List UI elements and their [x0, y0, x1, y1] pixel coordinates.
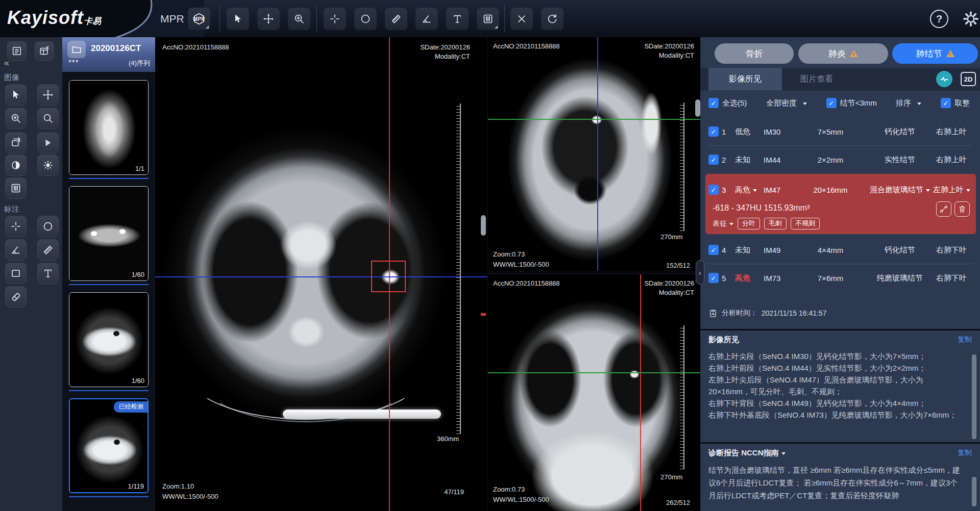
section-divider: [700, 442, 980, 444]
scale-label: 270mm: [660, 473, 682, 481]
delete-tool-button[interactable]: [510, 8, 533, 30]
pan-tool-button[interactable]: [37, 84, 59, 106]
delete-nodule-button[interactable]: [954, 201, 970, 217]
layout-close-button[interactable]: [35, 41, 54, 61]
nodule-checkbox[interactable]: [708, 273, 719, 283]
sagittal-viewport[interactable]: 270mm AccNO:202101158888 SDate:20200126 …: [487, 37, 700, 271]
flip-tool-button[interactable]: [37, 132, 59, 154]
select-tool-button[interactable]: [5, 84, 27, 106]
mode-lung-nodule-button[interactable]: 肺结节: [892, 43, 978, 64]
mpr-mode-label: MPR: [160, 0, 184, 37]
slice-scrollbar-thumb[interactable]: [481, 215, 486, 236]
nodule-row[interactable]: 4 未知 IM49 4×4mm 钙化结节 右肺下叶: [700, 236, 980, 264]
nodule-lobe-dropdown[interactable]: 左肺上叶: [933, 185, 970, 195]
rotate-tool-button[interactable]: [5, 132, 27, 154]
slice-scrollbar-thumb[interactable]: [695, 99, 700, 117]
checkbox-checked[interactable]: [826, 98, 837, 108]
axial-viewport[interactable]: 360mm AccNO:202101158888 SDate:20200126 …: [155, 37, 487, 511]
zoom-tool-button[interactable]: [288, 8, 310, 30]
angle-annotation-button[interactable]: [5, 239, 27, 261]
nodule-checkbox[interactable]: [708, 155, 719, 165]
nodule-checkbox[interactable]: [708, 126, 719, 137]
sign-chip-lobulation[interactable]: 分叶: [738, 218, 760, 229]
ruler-tool-button[interactable]: [385, 8, 407, 30]
text-tool-button[interactable]: [446, 8, 469, 30]
nodule-image-index: IM49: [764, 246, 794, 254]
zoom-in-tool-button[interactable]: [5, 108, 27, 129]
nodule-row[interactable]: 2 未知 IM44 2×2mm 实性结节 右肺上叶: [700, 146, 980, 173]
report-chat-button[interactable]: [936, 71, 952, 87]
nodule-checkbox[interactable]: [708, 245, 719, 255]
report-scrollbar-thumb[interactable]: [972, 477, 976, 506]
nodule-row-header[interactable]: 3 高危 IM47 20×16mm 混合磨玻璃结节 左肺上叶: [705, 176, 976, 203]
checkbox-checked[interactable]: [708, 98, 719, 108]
series-list-button[interactable]: [7, 41, 27, 61]
study-header[interactable]: 20200126CT *** (4)序列: [62, 37, 155, 72]
eraser-annotation-button[interactable]: [5, 286, 27, 308]
angle-tool-button[interactable]: [415, 8, 438, 30]
panel-expand-handle[interactable]: ›: [696, 260, 704, 285]
series-thumbnail[interactable]: 1/1: [69, 80, 149, 175]
point-annotation-button[interactable]: [5, 216, 27, 237]
crosshair-vertical-blue[interactable]: [597, 37, 598, 271]
nodule-lobe: 右肺上叶: [933, 127, 967, 137]
settings-button[interactable]: [962, 10, 980, 28]
magnifier-tool-button[interactable]: [37, 108, 59, 129]
density-filter-dropdown[interactable]: 全部密度: [766, 98, 807, 108]
invert-tool-button[interactable]: [5, 155, 27, 176]
thumbnail-divider: [69, 390, 149, 391]
rectangle-annotation-button[interactable]: [5, 263, 27, 284]
select-all-checkbox[interactable]: 全选(5): [708, 98, 747, 108]
brightness-tool-button[interactable]: [37, 155, 59, 176]
series-thumbnail[interactable]: 1/60: [69, 186, 149, 281]
ellipse-annotation-button[interactable]: [37, 216, 59, 237]
crosshair-vertical-red[interactable]: [640, 274, 641, 511]
scale-label: 360mm: [437, 435, 459, 443]
checkbox-checked[interactable]: [941, 98, 951, 108]
coronal-viewport[interactable]: 270mm AccNO:202101158888 SDate:20200126 …: [487, 273, 700, 511]
round-checkbox[interactable]: 取整: [941, 98, 970, 108]
select-tool-button[interactable]: [227, 8, 249, 30]
ruler-annotation-button[interactable]: [37, 239, 59, 261]
locate-nodule-button[interactable]: [936, 201, 951, 217]
sign-chip-spiculation[interactable]: 毛刺: [764, 218, 787, 229]
nodule-type-dropdown[interactable]: 混合磨玻璃结节: [867, 185, 933, 195]
nodule-type: 纯磨玻璃结节: [867, 273, 933, 283]
collapse-sidebar-chevron[interactable]: «: [4, 58, 9, 68]
mode-pneumonia-button[interactable]: 肺炎: [798, 43, 888, 64]
sign-label-dropdown[interactable]: 表征: [713, 219, 733, 228]
sort-dropdown[interactable]: 排序: [896, 98, 921, 108]
series-thumbnail-active[interactable]: 已经检测 1/119: [69, 398, 149, 493]
crosshair-horizontal-green[interactable]: [488, 119, 700, 120]
window-level-tool-button[interactable]: [5, 177, 27, 199]
crosshair-horizontal-green[interactable]: [488, 372, 700, 373]
nodule-checkbox[interactable]: [708, 185, 719, 195]
sign-chip-irregular[interactable]: 不规则: [791, 218, 820, 229]
crosshair-icon: [329, 13, 341, 25]
mpr-layout-button[interactable]: MPR: [188, 8, 210, 30]
help-button[interactable]: ?: [930, 10, 948, 28]
window-level-tool-button[interactable]: [477, 8, 499, 30]
nodule-roi-box[interactable]: [371, 261, 406, 292]
findings-scrollbar-thumb[interactable]: [972, 354, 976, 439]
ellipse-tool-button[interactable]: [354, 8, 377, 30]
2d-view-button[interactable]: 2D: [961, 72, 976, 86]
text-annotation-button[interactable]: [37, 263, 59, 284]
nodule-row[interactable]: 1 低危 IM30 7×5mm 钙化结节 右肺上叶: [700, 118, 980, 145]
reset-tool-button[interactable]: [541, 8, 564, 30]
crosshair-tool-button[interactable]: [324, 8, 346, 30]
crosshair-horizontal-blue[interactable]: [155, 276, 487, 277]
folder-button[interactable]: [67, 41, 86, 58]
series-thumbnail[interactable]: 1/60: [69, 292, 149, 387]
nodule-row[interactable]: 5 高危 IM73 7×6mm 纯磨玻璃结节 右肺下叶: [700, 264, 980, 292]
nodule-hu-volume: -618 - 347HU 1515.93mm³: [713, 203, 810, 213]
small-nodule-checkbox[interactable]: 结节<3mm: [826, 98, 877, 108]
nodule-row-expanded-selected[interactable]: 3 高危 IM47 20×16mm 混合磨玻璃结节 左肺上叶 -618 - 34…: [705, 174, 976, 234]
copy-report-link[interactable]: 复制: [958, 448, 972, 457]
tab-image-view[interactable]: 图片查看: [786, 68, 847, 90]
nodule-risk-dropdown[interactable]: 高危: [735, 185, 764, 195]
pan-tool-button[interactable]: [257, 8, 280, 30]
copy-findings-link[interactable]: 复制: [958, 335, 972, 344]
tab-imaging-findings[interactable]: 影像所见: [708, 68, 782, 90]
mode-fracture-button[interactable]: 骨折: [715, 43, 794, 64]
